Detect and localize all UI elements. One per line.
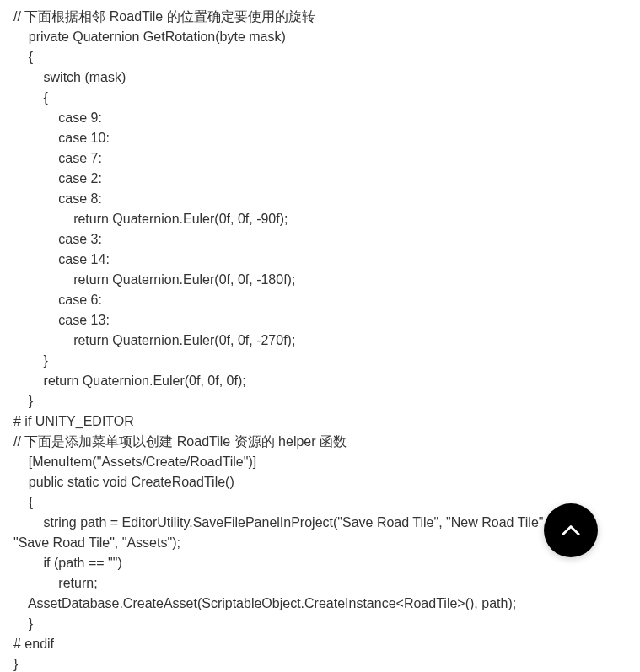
- code-line: case 8:: [13, 191, 102, 206]
- code-line: if (path == ""): [13, 556, 122, 570]
- code-line: case 3:: [13, 232, 102, 246]
- back-to-top-button[interactable]: [544, 503, 598, 557]
- code-line: }: [13, 657, 18, 671]
- code-line: }: [13, 394, 33, 408]
- code-line: // 下面根据相邻 RoadTile 的位置确定要使用的旋转: [13, 9, 315, 24]
- code-line: }: [13, 353, 48, 368]
- code-line-wrap: string path = EditorUtility.SaveFilePane…: [13, 515, 602, 550]
- code-line: case 13:: [13, 313, 110, 327]
- code-line: }: [13, 616, 33, 631]
- chevron-up-icon: [562, 524, 580, 536]
- code-line: case 6:: [13, 293, 102, 307]
- code-line: # endif: [13, 637, 54, 651]
- code-line: [MenuItem("Assets/Create/RoadTile")]: [13, 454, 256, 469]
- code-line: return;: [13, 576, 98, 590]
- code-line: # if UNITY_EDITOR: [13, 414, 134, 428]
- code-line: return Quaternion.Euler(0f, 0f, -270f);: [13, 333, 295, 347]
- code-line: return Quaternion.Euler(0f, 0f, 0f);: [13, 374, 246, 388]
- code-line: case 10:: [13, 131, 110, 145]
- code-line: case 14:: [13, 252, 110, 266]
- code-line: AssetDatabase.CreateAsset(ScriptableObje…: [13, 596, 516, 610]
- code-line: // 下面是添加菜单项以创建 RoadTile 资源的 helper 函数: [13, 434, 347, 449]
- code-line: public static void CreateRoadTile(): [13, 475, 234, 489]
- code-line: {: [13, 90, 48, 105]
- code-line: {: [13, 50, 33, 64]
- code-line: case 7:: [13, 151, 102, 165]
- code-line: case 2:: [13, 171, 102, 185]
- code-block: // 下面根据相邻 RoadTile 的位置确定要使用的旋转 private Q…: [13, 7, 627, 672]
- code-line: switch (mask): [13, 70, 126, 84]
- code-line: private Quaternion GetRotation(byte mask…: [13, 30, 286, 44]
- code-line: return Quaternion.Euler(0f, 0f, -180f);: [13, 272, 295, 287]
- code-line: case 9:: [13, 110, 102, 125]
- code-line: return Quaternion.Euler(0f, 0f, -90f);: [13, 212, 288, 226]
- code-line: {: [13, 495, 33, 509]
